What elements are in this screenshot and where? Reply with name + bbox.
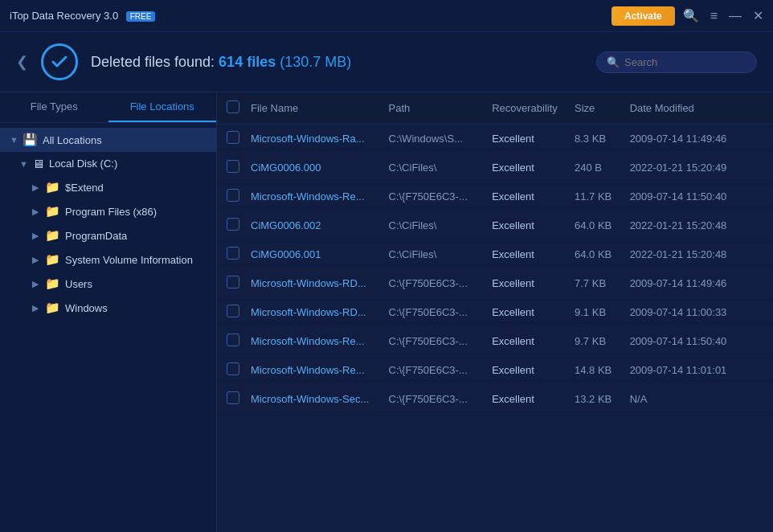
- activate-button[interactable]: Activate: [611, 6, 675, 26]
- row-name-1: CiMG0006.000: [251, 162, 389, 174]
- row-path-7: C:\{F750E6C3-...: [389, 335, 493, 347]
- tree-icon-1: 🖥: [32, 157, 44, 170]
- row-recov-2: Excellent: [492, 190, 575, 203]
- row-date-8: 2009-07-14 11:01:01: [630, 364, 754, 376]
- row-checkbox-0[interactable]: [227, 131, 239, 144]
- table-row[interactable]: Microsoft-Windows-Re... C:\{F750E6C3-...…: [217, 327, 773, 356]
- table-row[interactable]: Microsoft-Windows-Re... C:\{F750E6C3-...…: [217, 182, 773, 211]
- tree-arrow-7: ▶: [32, 303, 40, 313]
- row-size-3: 64.0 KB: [575, 219, 630, 231]
- titlebar: iTop Data Recovery 3.0 FREE Activate 🔍 ≡…: [0, 0, 773, 32]
- close-icon[interactable]: ✕: [753, 8, 763, 23]
- table-row[interactable]: Microsoft-Windows-RD... C:\{F750E6C3-...…: [217, 269, 773, 298]
- file-list: File Name Path Recoverability Size Date …: [217, 92, 773, 532]
- tree-arrow-0: ▼: [10, 135, 18, 145]
- row-date-5: 2009-07-14 11:49:46: [630, 277, 754, 289]
- row-date-3: 2022-01-21 15:20:48: [630, 219, 754, 231]
- table-row[interactable]: CiMG0006.001 C:\CiFiles\ Excellent 64.0 …: [217, 240, 773, 269]
- row-size-6: 9.1 KB: [575, 306, 630, 318]
- back-button[interactable]: ❮: [16, 53, 28, 71]
- minimize-icon[interactable]: —: [729, 9, 742, 23]
- table-row[interactable]: Microsoft-Windows-Sec... C:\{F750E6C3-..…: [217, 385, 773, 414]
- tree-arrow-6: ▶: [32, 279, 40, 289]
- row-path-5: C:\{F750E6C3-...: [389, 277, 493, 289]
- table-row[interactable]: Microsoft-Windows-Ra... C:\Windows\S... …: [217, 125, 773, 153]
- row-path-9: C:\{F750E6C3-...: [389, 393, 493, 405]
- sidebar-tree-item-7[interactable]: ▶ 📁 Windows: [0, 296, 216, 320]
- success-icon: [41, 43, 78, 80]
- tab-file-locations[interactable]: File Locations: [108, 92, 217, 122]
- table-row[interactable]: Microsoft-Windows-RD... C:\{F750E6C3-...…: [217, 298, 773, 327]
- row-size-7: 9.7 KB: [575, 335, 630, 347]
- tree-arrow-2: ▶: [32, 182, 40, 193]
- row-checkbox-4[interactable]: [227, 247, 239, 260]
- row-name-0: Microsoft-Windows-Ra...: [251, 133, 389, 145]
- search-input[interactable]: [624, 56, 746, 68]
- search-titlebar-icon[interactable]: 🔍: [683, 8, 699, 23]
- sidebar-tree-item-5[interactable]: ▶ 📁 System Volume Information: [0, 248, 216, 272]
- sidebar-tree-item-1[interactable]: ▼ 🖥 Local Disk (C:): [0, 152, 216, 175]
- table-row[interactable]: CiMG0006.000 C:\CiFiles\ Excellent 240 B…: [217, 153, 773, 182]
- search-box[interactable]: 🔍: [596, 51, 757, 73]
- search-icon: 🔍: [607, 56, 620, 68]
- row-path-1: C:\CiFiles\: [389, 162, 493, 174]
- window-controls: 🔍 ≡ — ✕: [683, 8, 763, 23]
- sidebar-tree-item-2[interactable]: ▶ 📁 $Extend: [0, 175, 216, 199]
- header: ❮ Deleted files found: 614 files (130.7 …: [0, 32, 773, 92]
- row-size-5: 7.7 KB: [575, 277, 630, 289]
- row-name-6: Microsoft-Windows-RD...: [251, 306, 389, 318]
- filelist-rows: Microsoft-Windows-Ra... C:\Windows\S... …: [217, 125, 773, 414]
- tree-label-2: $Extend: [65, 182, 104, 194]
- row-checkbox-2[interactable]: [227, 189, 239, 202]
- tree-icon-2: 📁: [45, 180, 60, 194]
- row-date-9: N/A: [630, 393, 754, 405]
- tree-icon-3: 📁: [45, 204, 60, 219]
- sidebar-tree: ▼ 💾 All Locations ▼ 🖥 Local Disk (C:) ▶ …: [0, 123, 216, 325]
- tab-file-types[interactable]: File Types: [0, 92, 108, 122]
- row-checkbox-7[interactable]: [227, 334, 239, 346]
- col-header-path: Path: [389, 102, 493, 114]
- row-name-7: Microsoft-Windows-Re...: [251, 335, 389, 347]
- sidebar-tree-item-0[interactable]: ▼ 💾 All Locations: [0, 128, 216, 152]
- row-size-1: 240 B: [575, 162, 630, 174]
- filelist-header: File Name Path Recoverability Size Date …: [217, 92, 773, 125]
- row-recov-6: Excellent: [492, 306, 575, 318]
- row-path-3: C:\CiFiles\: [389, 219, 493, 231]
- row-checkbox-9[interactable]: [227, 391, 239, 404]
- row-checkbox-8[interactable]: [227, 362, 239, 375]
- row-path-6: C:\{F750E6C3-...: [389, 306, 493, 318]
- menu-icon[interactable]: ≡: [710, 9, 718, 23]
- tree-label-5: System Volume Information: [65, 254, 193, 266]
- select-all-checkbox[interactable]: [227, 100, 239, 113]
- row-recov-7: Excellent: [492, 335, 575, 347]
- row-name-9: Microsoft-Windows-Sec...: [251, 393, 389, 405]
- row-path-4: C:\CiFiles\: [389, 248, 493, 260]
- row-date-1: 2022-01-21 15:20:49: [630, 162, 754, 174]
- row-size-9: 13.2 KB: [575, 393, 630, 405]
- table-row[interactable]: Microsoft-Windows-Re... C:\{F750E6C3-...…: [217, 356, 773, 385]
- row-name-4: CiMG0006.001: [251, 248, 389, 260]
- row-checkbox-5[interactable]: [227, 276, 239, 289]
- row-date-4: 2022-01-21 15:20:48: [630, 248, 754, 260]
- row-size-0: 8.3 KB: [575, 133, 630, 145]
- row-path-8: C:\{F750E6C3-...: [389, 364, 493, 376]
- col-header-date: Date Modified: [630, 102, 754, 114]
- table-row[interactable]: CiMG0006.002 C:\CiFiles\ Excellent 64.0 …: [217, 211, 773, 240]
- row-date-6: 2009-07-14 11:00:33: [630, 306, 754, 318]
- row-date-0: 2009-07-14 11:49:46: [630, 133, 754, 145]
- sidebar-tree-item-6[interactable]: ▶ 📁 Users: [0, 272, 216, 296]
- tree-label-4: ProgramData: [65, 230, 127, 242]
- sidebar-tree-item-4[interactable]: ▶ 📁 ProgramData: [0, 223, 216, 248]
- row-checkbox-3[interactable]: [227, 218, 239, 231]
- row-checkbox-1[interactable]: [227, 160, 239, 173]
- row-name-3: CiMG0006.002: [251, 219, 389, 231]
- app-name-text: iTop Data Recovery 3.0: [10, 10, 118, 22]
- row-recov-5: Excellent: [492, 277, 575, 289]
- tree-icon-5: 📁: [45, 252, 60, 267]
- row-path-0: C:\Windows\S...: [389, 133, 493, 145]
- tree-icon-0: 💾: [22, 133, 38, 147]
- row-name-8: Microsoft-Windows-Re...: [251, 364, 389, 376]
- row-checkbox-6[interactable]: [227, 305, 239, 317]
- sidebar-tree-item-3[interactable]: ▶ 📁 Program Files (x86): [0, 199, 216, 223]
- tree-label-3: Program Files (x86): [65, 206, 157, 218]
